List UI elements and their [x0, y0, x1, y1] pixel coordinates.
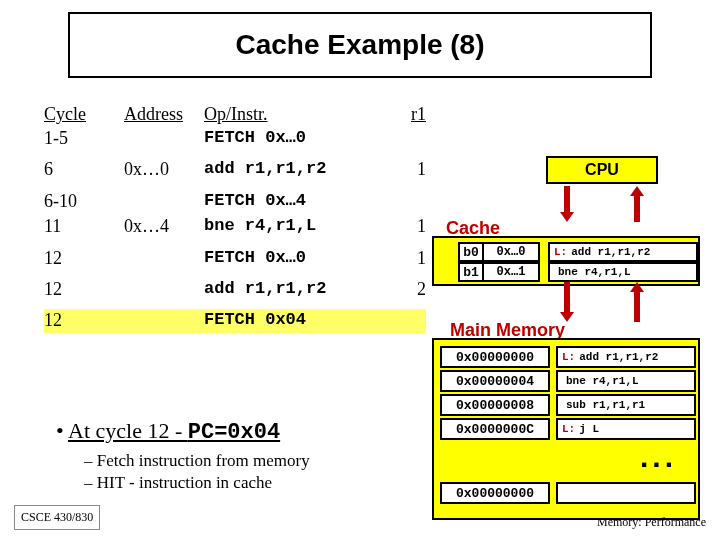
- trace-header: Cycle Address Op/Instr. r1: [44, 104, 426, 125]
- mem-addr: 0x00000008: [440, 394, 550, 416]
- mem-instr: L:j L: [556, 418, 696, 440]
- col-cycle: Cycle: [44, 104, 124, 125]
- trace-row: 1-5 FETCH 0x…0: [44, 127, 426, 150]
- col-addr: Address: [124, 104, 204, 125]
- cache-row: b0 0x…0: [458, 242, 540, 262]
- cpu-box: CPU: [546, 156, 658, 184]
- bullet-1: • At cycle 12 - PC=0x04: [56, 418, 310, 445]
- footer-left: CSCE 430/830: [14, 505, 100, 530]
- mem-addr: 0x00000004: [440, 370, 550, 392]
- footer-right: Memory: Performance: [597, 515, 706, 530]
- arrow-down-icon: [560, 186, 574, 222]
- trace-row-highlighted: 12 FETCH 0x04: [44, 309, 426, 332]
- mem-instr: bne r4,r1,L: [556, 370, 696, 392]
- mem-instr: L:add r1,r1,r2: [556, 346, 696, 368]
- trace-row: 12 add r1,r1,r2 2: [44, 278, 426, 301]
- trace-row: 6 0x…0 add r1,r1,r2 1: [44, 158, 426, 181]
- arrow-down-icon: [560, 282, 574, 322]
- mem-instr: [556, 482, 696, 504]
- title-box: Cache Example (8): [68, 12, 652, 78]
- arrow-up-icon: [630, 186, 644, 222]
- cache-instr: bne r4,r1,L: [548, 262, 698, 282]
- trace-table: Cycle Address Op/Instr. r1 1-5 FETCH 0x……: [44, 104, 426, 333]
- cache-instr: L: add r1,r1,r2: [548, 242, 698, 262]
- bullet-2: – Fetch instruction from memory: [84, 451, 310, 471]
- bullet-3: – HIT - instruction in cache: [84, 473, 310, 493]
- cache-box: HIT b0 0x…0 L: add r1,r1,r2 b1 0x…1 bne …: [432, 236, 700, 286]
- page-title: Cache Example (8): [236, 29, 485, 61]
- cache-row: b1 0x…1: [458, 262, 540, 282]
- trace-body: 1-5 FETCH 0x…0 6 0x…0 add r1,r1,r2 1 6-1…: [44, 127, 426, 333]
- ellipsis-icon: ...: [640, 440, 677, 474]
- memory-box: 0x00000000 L:add r1,r1,r2 0x00000004 bne…: [432, 338, 700, 520]
- col-op: Op/Instr.: [204, 104, 396, 125]
- mem-addr: 0x00000000: [440, 482, 550, 504]
- mem-instr: sub r1,r1,r1: [556, 394, 696, 416]
- arrow-up-icon: [630, 282, 644, 322]
- col-r1: r1: [396, 104, 426, 125]
- trace-row: 11 0x…4 bne r4,r1,L 1: [44, 215, 426, 238]
- trace-row: 6-10 FETCH 0x…4: [44, 190, 426, 213]
- bullets-block: • At cycle 12 - PC=0x04 – Fetch instruct…: [56, 418, 310, 493]
- mem-addr: 0x0000000C: [440, 418, 550, 440]
- trace-row: 12 FETCH 0x…0 1: [44, 247, 426, 270]
- mem-addr: 0x00000000: [440, 346, 550, 368]
